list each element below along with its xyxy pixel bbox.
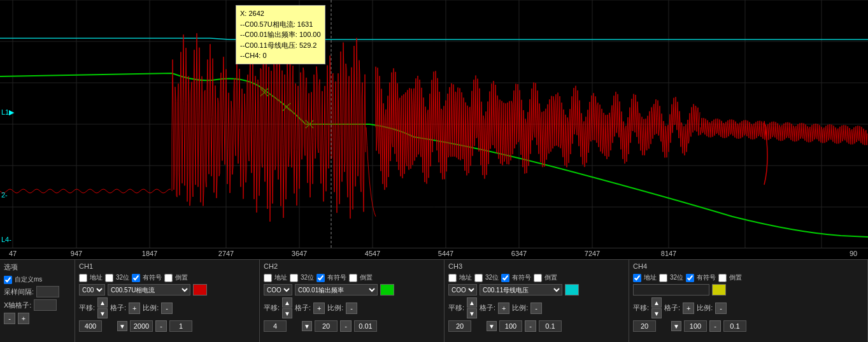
ch1-32bit-checkbox[interactable]	[105, 274, 113, 282]
ch3-grid-minus-btn[interactable]: -	[525, 320, 536, 332]
ch1-pan-input[interactable]	[79, 320, 102, 332]
ch3-grid-input[interactable]	[499, 320, 522, 332]
ch4-symbol-checkbox[interactable]	[686, 274, 694, 282]
ch1-scale-input[interactable]	[169, 320, 192, 332]
ch3-pan-label: 平移:	[448, 303, 464, 313]
chart-area: X: 2642 --C00.57U相电流: 1631 --C00.01输出频率:…	[0, 0, 868, 248]
ch3-grid-down-btn[interactable]: ▼	[487, 321, 497, 331]
ch3-pan-up-btn[interactable]: ▲	[467, 297, 477, 308]
ch3-panel: CH3 地址 32位 有符号 倒置 COO C00.11母线电压 平移: ▲ ▼	[445, 260, 629, 342]
xgrid-plus-btn[interactable]: +	[18, 313, 29, 324]
ch4-grid-minus-btn[interactable]: -	[709, 320, 721, 332]
ch1-pan-up-btn[interactable]: ▲	[97, 297, 108, 308]
ch2-32bit-checkbox[interactable]	[290, 274, 298, 282]
ch4-color-box[interactable]	[712, 284, 726, 296]
ch2-grid-input[interactable]	[315, 320, 338, 332]
xgrid-input[interactable]: 900	[34, 299, 57, 311]
ch4-invert-label[interactable]: 倒置	[729, 273, 742, 282]
ch3-scale-minus-btn[interactable]: -	[530, 303, 542, 314]
ch2-pan-up-btn[interactable]: ▲	[282, 297, 292, 308]
ch2-scale-label: 比例:	[327, 303, 343, 313]
ch3-grid-plus-btn[interactable]: +	[498, 303, 509, 314]
ch1-invert-label[interactable]: 倒置	[175, 273, 188, 282]
ch4-32bit-label[interactable]: 32位	[670, 273, 683, 282]
ch3-pan-down-btn[interactable]: ▼	[467, 308, 477, 318]
ch2-pan-input[interactable]	[264, 320, 287, 332]
x-tick-3: 2747	[218, 250, 234, 257]
custom-ms-checkbox[interactable]	[4, 276, 12, 284]
ch2-device-select[interactable]: COO	[264, 284, 292, 296]
ch2-addr-checkbox[interactable]	[264, 274, 272, 282]
sample-interval-input[interactable]: 2	[36, 286, 59, 297]
ch3-symbol-checkbox[interactable]	[501, 274, 509, 282]
ch2-color-box[interactable]	[380, 284, 394, 296]
ch2-channel-select[interactable]: C00.01输出频率	[295, 284, 378, 296]
ch3-addr-label[interactable]: 地址	[459, 273, 472, 282]
ch1-color-box[interactable]	[193, 284, 207, 296]
ch1-invert-checkbox[interactable]	[164, 274, 173, 282]
ch2-grid-minus-btn[interactable]: -	[340, 320, 352, 332]
ch1-scale-minus-btn[interactable]: -	[161, 303, 173, 314]
ch4-grid-input[interactable]	[684, 320, 707, 332]
ch2-scale-minus-btn[interactable]: -	[346, 303, 357, 314]
xgrid-minus-btn[interactable]: -	[4, 313, 15, 324]
ch4-scale-minus-btn[interactable]: -	[715, 303, 727, 314]
ch1-grid-input[interactable]	[130, 320, 153, 332]
ch4-grid-down-btn[interactable]: ▼	[671, 321, 681, 331]
tooltip-x: X: 2642	[240, 8, 321, 19]
ch1-symbol-checkbox[interactable]	[132, 274, 140, 282]
x-tick-8: 7247	[585, 250, 600, 257]
ch3-32bit-checkbox[interactable]	[474, 274, 483, 282]
ch4-addr-checkbox[interactable]	[633, 274, 641, 282]
ch2-invert-label[interactable]: 倒置	[360, 273, 373, 282]
ch4-symbol-label[interactable]: 有符号	[697, 273, 716, 282]
ch1-addr-checkbox[interactable]	[79, 274, 87, 282]
ch4-pan-down-btn[interactable]: ▼	[651, 308, 662, 318]
ch1-grid-down-btn[interactable]: ▼	[117, 321, 127, 331]
ch4-grid-plus-btn[interactable]: +	[683, 303, 694, 314]
ch1-channel-select[interactable]: C00.57U相电流	[108, 284, 190, 296]
ch1-device-select[interactable]: C00	[79, 284, 105, 296]
ch3-pan-input[interactable]	[448, 320, 471, 332]
ch3-addr-checkbox[interactable]	[448, 274, 457, 282]
ch2-scale-input[interactable]	[354, 320, 377, 332]
ch4-pan-up-btn[interactable]: ▲	[651, 297, 662, 308]
ch3-symbol-label[interactable]: 有符号	[512, 273, 531, 282]
ch2-grid-plus-btn[interactable]: +	[313, 303, 325, 314]
ch4-scale-input[interactable]	[723, 320, 746, 332]
ch4-checkboxes: 地址 32位 有符号 倒置	[633, 273, 864, 282]
ch1-values-row: ▼ -	[79, 320, 255, 332]
ch3-32bit-label[interactable]: 32位	[485, 273, 499, 282]
ch2-values-row: ▼ -	[264, 320, 440, 332]
custom-ms-label[interactable]: 自定义ms	[15, 275, 42, 284]
ch1-checkboxes: 地址 32位 有符号 倒置	[79, 273, 255, 282]
ch2-panel: CH2 地址 32位 有符号 倒置 COO C00.01输出频率 平移: ▲ ▼	[260, 260, 445, 342]
ch3-invert-label[interactable]: 倒置	[544, 273, 557, 282]
ch1-grid-plus-btn[interactable]: +	[129, 303, 140, 314]
ch3-channel-select[interactable]: C00.11母线电压	[480, 284, 562, 296]
ch2-pan-down-btn[interactable]: ▼	[282, 308, 292, 318]
ch2-addr-label[interactable]: 地址	[274, 273, 287, 282]
ch1-symbol-label[interactable]: 有符号	[143, 273, 162, 282]
ch3-device-select[interactable]: COO	[448, 284, 477, 296]
ch2-symbol-checkbox[interactable]	[317, 274, 325, 282]
ch1-pan-down-btn[interactable]: ▼	[97, 308, 108, 318]
ch1-grid-minus-btn[interactable]: -	[155, 320, 167, 332]
ch4-device-row	[633, 284, 864, 296]
ch4-channel-input[interactable]	[633, 284, 709, 296]
ch1-pan-row: 平移: ▲ ▼ 格子: + 比例: -	[79, 297, 255, 318]
ch3-scale-input[interactable]	[539, 320, 562, 332]
ch3-invert-checkbox[interactable]	[534, 274, 542, 282]
ch4-32bit-checkbox[interactable]	[659, 274, 667, 282]
ch4-addr-label[interactable]: 地址	[644, 273, 657, 282]
ch2-grid-down-btn[interactable]: ▼	[302, 321, 312, 331]
ch4-pan-input[interactable]	[633, 320, 656, 332]
ch2-invert-checkbox[interactable]	[349, 274, 357, 282]
ch4-pan-row: 平移: ▲ ▼ 格子: + 比例: -	[633, 297, 864, 318]
ch1-addr-label[interactable]: 地址	[90, 273, 103, 282]
ch2-symbol-label[interactable]: 有符号	[327, 273, 346, 282]
ch4-invert-checkbox[interactable]	[718, 274, 727, 282]
ch1-32bit-label[interactable]: 32位	[116, 273, 129, 282]
ch2-32bit-label[interactable]: 32位	[301, 273, 314, 282]
ch3-color-box[interactable]	[565, 284, 579, 296]
